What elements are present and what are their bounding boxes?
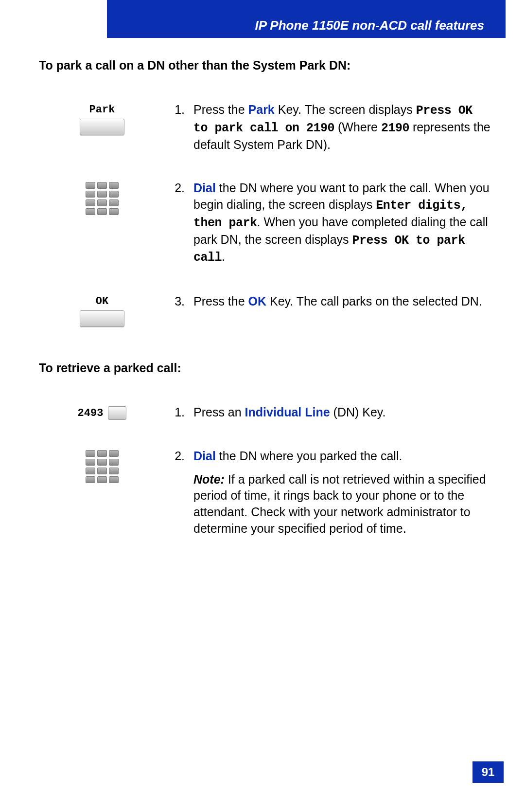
text: Press the <box>193 294 248 308</box>
step-number: 1. <box>165 404 193 421</box>
step-icon <box>39 448 165 483</box>
step-body: Dial the DN where you parked the call. N… <box>193 448 491 537</box>
step-number: 2. <box>165 180 193 266</box>
step-number: 2. <box>165 448 193 537</box>
step-icon: Park <box>39 102 165 135</box>
section-title-retrieve: To retrieve a parked call: <box>39 361 491 375</box>
text: Key. The call parks on the selected DN. <box>266 294 482 308</box>
step-body: Press an Individual Line (DN) Key. <box>193 404 491 421</box>
step-row: 2. Dial the DN where you want to park th… <box>39 180 491 266</box>
screen-text: 2190 <box>381 121 409 135</box>
step-text: 1. Press the Park Key. The screen displa… <box>165 102 491 153</box>
step-number: 3. <box>165 293 193 310</box>
note: Note: If a parked call is not retrieved … <box>193 471 491 537</box>
step-number: 1. <box>165 102 193 153</box>
keyword: Dial <box>193 449 216 463</box>
section-title-park: To park a call on a DN other than the Sy… <box>39 58 491 72</box>
step-row: OK 3. Press the OK Key. The call parks o… <box>39 293 491 327</box>
keyword: Dial <box>193 181 216 195</box>
step-text: 2. Dial the DN where you parked the call… <box>165 448 491 537</box>
page-number: 91 <box>472 761 504 783</box>
note-label: Note: <box>193 472 225 486</box>
note-body: If a parked call is not retrieved within… <box>193 472 486 535</box>
page: IP Phone 1150E non-ACD call features To … <box>0 0 525 812</box>
text: Press an <box>193 405 245 419</box>
text: (DN) Key. <box>330 405 386 419</box>
softkey-label: Park <box>89 104 115 116</box>
line-key-label: 2493 <box>78 407 104 419</box>
step-text: 2. Dial the DN where you want to park th… <box>165 180 491 266</box>
step-body: Press the Park Key. The screen displays … <box>193 102 491 153</box>
softkey-ok: OK <box>80 295 124 327</box>
chapter-title: IP Phone 1150E non-ACD call features <box>255 18 484 33</box>
text: the DN where you parked the call. <box>216 449 402 463</box>
keyword: OK <box>248 294 267 308</box>
text: . <box>222 250 225 263</box>
keypad-icon <box>86 182 119 215</box>
softkey-button-icon <box>80 119 124 135</box>
line-key: 2493 <box>78 406 127 420</box>
keypad-icon <box>86 450 119 483</box>
step-icon <box>39 180 165 215</box>
keyword: Park <box>248 103 275 116</box>
softkey-park: Park <box>80 104 124 135</box>
text: (Where <box>334 120 381 134</box>
chapter-header: IP Phone 1150E non-ACD call features <box>107 0 506 38</box>
step-text: 3. Press the OK Key. The call parks on t… <box>165 293 491 310</box>
text: Press the <box>193 103 248 116</box>
page-content: To park a call on a DN other than the Sy… <box>39 58 491 564</box>
step-row: Park 1. Press the Park Key. The screen d… <box>39 102 491 153</box>
step-body: Dial the DN where you want to park the c… <box>193 180 491 266</box>
keyword: Individual Line <box>245 405 330 419</box>
step-body: Press the OK Key. The call parks on the … <box>193 293 491 310</box>
step-row: 2. Dial the DN where you parked the call… <box>39 448 491 537</box>
line-key-button-icon <box>108 406 126 420</box>
softkey-button-icon <box>80 310 124 327</box>
step-row: 2493 1. Press an Individual Line (DN) Ke… <box>39 404 491 421</box>
step-text: 1. Press an Individual Line (DN) Key. <box>165 404 491 421</box>
step-icon: OK <box>39 293 165 327</box>
step-icon: 2493 <box>39 404 165 420</box>
text: Key. The screen displays <box>275 103 416 116</box>
softkey-label: OK <box>96 295 108 307</box>
